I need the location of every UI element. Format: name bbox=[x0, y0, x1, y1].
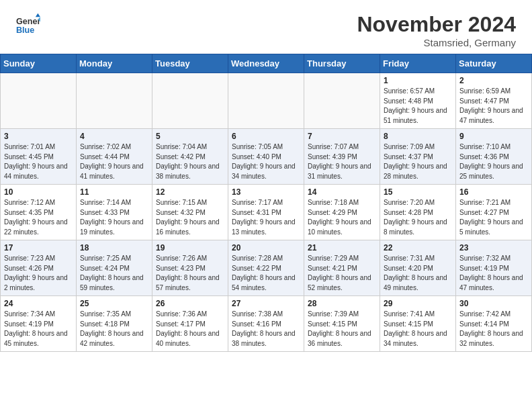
day-number: 13 bbox=[232, 187, 300, 197]
calendar-cell: 21Sunrise: 7:29 AM Sunset: 4:21 PM Dayli… bbox=[304, 240, 380, 296]
calendar-cell: 2Sunrise: 6:59 AM Sunset: 4:47 PM Daylig… bbox=[456, 73, 532, 129]
calendar-header-row: SundayMondayTuesdayWednesdayThursdayFrid… bbox=[1, 54, 532, 73]
day-detail: Sunrise: 7:26 AM Sunset: 4:23 PM Dayligh… bbox=[156, 254, 224, 293]
day-detail: Sunrise: 7:36 AM Sunset: 4:17 PM Dayligh… bbox=[156, 310, 224, 349]
day-detail: Sunrise: 7:41 AM Sunset: 4:15 PM Dayligh… bbox=[384, 310, 452, 349]
calendar-cell: 27Sunrise: 7:38 AM Sunset: 4:16 PM Dayli… bbox=[228, 296, 304, 352]
day-number: 3 bbox=[4, 132, 73, 141]
day-number: 22 bbox=[384, 243, 452, 253]
column-header-friday: Friday bbox=[380, 54, 456, 73]
day-number: 19 bbox=[156, 243, 224, 253]
day-detail: Sunrise: 7:05 AM Sunset: 4:40 PM Dayligh… bbox=[232, 142, 300, 181]
day-detail: Sunrise: 7:32 AM Sunset: 4:19 PM Dayligh… bbox=[459, 254, 528, 293]
calendar-cell bbox=[228, 73, 304, 129]
calendar-cell: 9Sunrise: 7:10 AM Sunset: 4:36 PM Daylig… bbox=[456, 129, 532, 185]
page-header: General Blue November 2024 Stamsried, Ge… bbox=[0, 0, 532, 54]
day-number: 18 bbox=[80, 243, 148, 253]
column-header-wednesday: Wednesday bbox=[228, 54, 304, 73]
day-number: 24 bbox=[4, 299, 73, 308]
calendar-cell: 17Sunrise: 7:23 AM Sunset: 4:26 PM Dayli… bbox=[1, 240, 77, 296]
column-header-saturday: Saturday bbox=[456, 54, 532, 73]
day-detail: Sunrise: 7:31 AM Sunset: 4:20 PM Dayligh… bbox=[384, 254, 452, 293]
day-detail: Sunrise: 7:29 AM Sunset: 4:21 PM Dayligh… bbox=[308, 254, 376, 293]
day-number: 23 bbox=[459, 243, 528, 253]
calendar-cell: 13Sunrise: 7:17 AM Sunset: 4:31 PM Dayli… bbox=[228, 185, 304, 240]
day-number: 11 bbox=[80, 187, 148, 197]
calendar-cell bbox=[304, 73, 380, 129]
day-number: 20 bbox=[232, 243, 300, 253]
column-header-monday: Monday bbox=[77, 54, 152, 73]
day-detail: Sunrise: 7:34 AM Sunset: 4:19 PM Dayligh… bbox=[4, 310, 73, 349]
day-detail: Sunrise: 7:02 AM Sunset: 4:44 PM Dayligh… bbox=[80, 142, 148, 181]
calendar-cell: 4Sunrise: 7:02 AM Sunset: 4:44 PM Daylig… bbox=[77, 129, 152, 185]
day-number: 21 bbox=[308, 243, 376, 253]
day-detail: Sunrise: 7:21 AM Sunset: 4:27 PM Dayligh… bbox=[459, 198, 528, 237]
calendar-cell: 16Sunrise: 7:21 AM Sunset: 4:27 PM Dayli… bbox=[456, 185, 532, 240]
calendar-cell: 3Sunrise: 7:01 AM Sunset: 4:45 PM Daylig… bbox=[1, 129, 77, 185]
month-year: November 2024 bbox=[357, 12, 516, 37]
calendar-cell: 28Sunrise: 7:39 AM Sunset: 4:15 PM Dayli… bbox=[304, 296, 380, 352]
calendar-cell: 8Sunrise: 7:09 AM Sunset: 4:37 PM Daylig… bbox=[380, 129, 456, 185]
day-detail: Sunrise: 7:10 AM Sunset: 4:36 PM Dayligh… bbox=[459, 142, 528, 181]
day-number: 12 bbox=[156, 187, 224, 197]
calendar-cell: 22Sunrise: 7:31 AM Sunset: 4:20 PM Dayli… bbox=[380, 240, 456, 296]
day-number: 2 bbox=[459, 76, 528, 85]
title-block: November 2024 Stamsried, Germany bbox=[357, 12, 516, 48]
calendar-cell: 11Sunrise: 7:14 AM Sunset: 4:33 PM Dayli… bbox=[77, 185, 152, 240]
calendar-cell: 30Sunrise: 7:42 AM Sunset: 4:14 PM Dayli… bbox=[456, 296, 532, 352]
day-number: 7 bbox=[308, 132, 376, 141]
day-detail: Sunrise: 7:01 AM Sunset: 4:45 PM Dayligh… bbox=[4, 142, 73, 181]
day-detail: Sunrise: 7:25 AM Sunset: 4:24 PM Dayligh… bbox=[80, 254, 148, 293]
calendar-cell: 7Sunrise: 7:07 AM Sunset: 4:39 PM Daylig… bbox=[304, 129, 380, 185]
calendar-cell: 15Sunrise: 7:20 AM Sunset: 4:28 PM Dayli… bbox=[380, 185, 456, 240]
day-detail: Sunrise: 6:57 AM Sunset: 4:48 PM Dayligh… bbox=[384, 87, 452, 126]
calendar-table: SundayMondayTuesdayWednesdayThursdayFrid… bbox=[0, 54, 532, 352]
day-detail: Sunrise: 7:12 AM Sunset: 4:35 PM Dayligh… bbox=[4, 198, 73, 237]
svg-marker-2 bbox=[36, 13, 40, 17]
calendar-cell: 14Sunrise: 7:18 AM Sunset: 4:29 PM Dayli… bbox=[304, 185, 380, 240]
calendar-cell: 5Sunrise: 7:04 AM Sunset: 4:42 PM Daylig… bbox=[152, 129, 228, 185]
calendar-cell: 24Sunrise: 7:34 AM Sunset: 4:19 PM Dayli… bbox=[1, 296, 77, 352]
calendar-week-row: 10Sunrise: 7:12 AM Sunset: 4:35 PM Dayli… bbox=[1, 185, 532, 240]
calendar-cell: 10Sunrise: 7:12 AM Sunset: 4:35 PM Dayli… bbox=[1, 185, 77, 240]
day-detail: Sunrise: 7:07 AM Sunset: 4:39 PM Dayligh… bbox=[308, 142, 376, 181]
calendar-cell: 18Sunrise: 7:25 AM Sunset: 4:24 PM Dayli… bbox=[77, 240, 152, 296]
calendar-week-row: 17Sunrise: 7:23 AM Sunset: 4:26 PM Dayli… bbox=[1, 240, 532, 296]
day-number: 26 bbox=[156, 299, 224, 308]
calendar-cell: 23Sunrise: 7:32 AM Sunset: 4:19 PM Dayli… bbox=[456, 240, 532, 296]
svg-text:Blue: Blue bbox=[16, 26, 34, 35]
calendar-cell bbox=[152, 73, 228, 129]
column-header-tuesday: Tuesday bbox=[152, 54, 228, 73]
calendar-cell: 6Sunrise: 7:05 AM Sunset: 4:40 PM Daylig… bbox=[228, 129, 304, 185]
day-detail: Sunrise: 7:35 AM Sunset: 4:18 PM Dayligh… bbox=[80, 310, 148, 349]
day-number: 6 bbox=[232, 132, 300, 141]
day-detail: Sunrise: 7:14 AM Sunset: 4:33 PM Dayligh… bbox=[80, 198, 148, 237]
calendar-week-row: 24Sunrise: 7:34 AM Sunset: 4:19 PM Dayli… bbox=[1, 296, 532, 352]
day-number: 8 bbox=[384, 132, 452, 141]
day-detail: Sunrise: 7:38 AM Sunset: 4:16 PM Dayligh… bbox=[232, 310, 300, 349]
calendar-body: 1Sunrise: 6:57 AM Sunset: 4:48 PM Daylig… bbox=[1, 73, 532, 352]
column-header-thursday: Thursday bbox=[304, 54, 380, 73]
calendar-cell: 1Sunrise: 6:57 AM Sunset: 4:48 PM Daylig… bbox=[380, 73, 456, 129]
day-detail: Sunrise: 7:20 AM Sunset: 4:28 PM Dayligh… bbox=[384, 198, 452, 237]
calendar-cell: 26Sunrise: 7:36 AM Sunset: 4:17 PM Dayli… bbox=[152, 296, 228, 352]
day-detail: Sunrise: 7:04 AM Sunset: 4:42 PM Dayligh… bbox=[156, 142, 224, 181]
calendar-week-row: 1Sunrise: 6:57 AM Sunset: 4:48 PM Daylig… bbox=[1, 73, 532, 129]
day-number: 29 bbox=[384, 299, 452, 308]
day-number: 10 bbox=[4, 187, 73, 197]
calendar-cell: 12Sunrise: 7:15 AM Sunset: 4:32 PM Dayli… bbox=[152, 185, 228, 240]
calendar-week-row: 3Sunrise: 7:01 AM Sunset: 4:45 PM Daylig… bbox=[1, 129, 532, 185]
day-number: 1 bbox=[384, 76, 452, 85]
day-number: 17 bbox=[4, 243, 73, 253]
day-number: 30 bbox=[459, 299, 528, 308]
calendar-cell: 25Sunrise: 7:35 AM Sunset: 4:18 PM Dayli… bbox=[77, 296, 152, 352]
calendar-cell bbox=[1, 73, 77, 129]
day-detail: Sunrise: 7:17 AM Sunset: 4:31 PM Dayligh… bbox=[232, 198, 300, 237]
day-detail: Sunrise: 7:23 AM Sunset: 4:26 PM Dayligh… bbox=[4, 254, 73, 293]
day-number: 14 bbox=[308, 187, 376, 197]
day-number: 25 bbox=[80, 299, 148, 308]
day-detail: Sunrise: 7:39 AM Sunset: 4:15 PM Dayligh… bbox=[308, 310, 376, 349]
day-number: 9 bbox=[459, 132, 528, 141]
calendar-cell: 19Sunrise: 7:26 AM Sunset: 4:23 PM Dayli… bbox=[152, 240, 228, 296]
day-number: 27 bbox=[232, 299, 300, 308]
